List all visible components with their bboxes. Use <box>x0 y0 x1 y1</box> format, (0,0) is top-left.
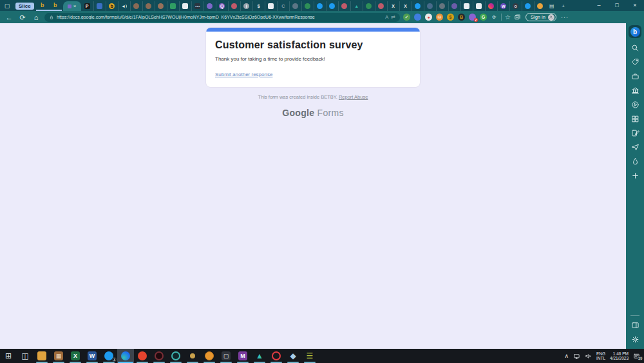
sidebar-grid-icon[interactable] <box>628 112 642 126</box>
grouped-tab[interactable]: b <box>36 1 49 10</box>
new-tab-button[interactable]: + <box>558 1 569 11</box>
taskbar-coin-app[interactable] <box>201 349 218 363</box>
clock[interactable]: 1:46 PM 4/21/2023 <box>610 351 629 360</box>
close-button[interactable]: × <box>626 0 644 11</box>
sidebar-gear-icon[interactable] <box>628 332 642 346</box>
sidebar-tag-icon[interactable] <box>628 55 642 69</box>
active-tab[interactable]: × <box>63 1 81 11</box>
browser-tab[interactable] <box>130 1 142 11</box>
browser-tab[interactable] <box>142 1 155 11</box>
language-indicator[interactable]: ENG INTL <box>596 351 605 360</box>
minimize-button[interactable]: – <box>590 0 608 11</box>
browser-tab[interactable] <box>167 1 179 11</box>
browser-tab[interactable]: $ <box>252 1 265 11</box>
notification-center-button[interactable]: 39 <box>633 353 640 360</box>
browser-tab[interactable] <box>204 1 216 11</box>
sign-in-button[interactable]: Sign in <box>526 13 556 21</box>
extension-icon[interactable] <box>414 14 421 21</box>
browser-tab[interactable] <box>363 1 375 11</box>
report-abuse-link[interactable]: Report Abuse <box>339 94 368 100</box>
browser-tab[interactable] <box>265 1 277 11</box>
sidebar-panel-icon[interactable] <box>628 318 642 332</box>
taskbar-teal-ring-app[interactable] <box>167 349 184 363</box>
browser-tab[interactable] <box>326 1 338 11</box>
taskbar-opera[interactable] <box>268 349 285 363</box>
browser-tab[interactable]: o <box>509 1 522 11</box>
home-button[interactable]: ⌂ <box>31 12 41 23</box>
sidebar-plus-icon[interactable] <box>628 168 642 182</box>
sidebar-search-icon[interactable] <box>628 41 642 55</box>
taskbar-excel[interactable]: X <box>67 349 84 363</box>
browser-tab[interactable]: Q <box>216 1 228 11</box>
browser-tab[interactable]: C <box>277 1 289 11</box>
extension-icon[interactable]: ⟳ <box>491 14 498 21</box>
taskbar-triangle-app[interactable]: ▲ <box>251 349 268 363</box>
url-text[interactable]: https://docs.google.com/forms/u/0/d/e/1F… <box>57 15 383 19</box>
browser-tab[interactable] <box>534 1 546 11</box>
browser-tab[interactable] <box>93 1 106 11</box>
browser-tab[interactable] <box>412 1 424 11</box>
network-icon[interactable] <box>573 353 580 360</box>
extension-icon[interactable]: $ <box>447 14 454 21</box>
tab-close-icon[interactable]: × <box>73 4 77 9</box>
taskbar-store[interactable]: ▦ <box>50 349 67 363</box>
sidebar-play-icon[interactable] <box>628 97 642 112</box>
taskbar-gold-dot-app[interactable] <box>184 349 201 363</box>
extension-icon[interactable]: ● <box>425 14 432 21</box>
browser-tab[interactable] <box>522 1 534 11</box>
taskbar-edge[interactable] <box>117 349 134 363</box>
window-icon[interactable]: ▢ <box>0 1 14 11</box>
browser-tab[interactable]: X <box>387 1 399 11</box>
browser-tab[interactable]: P <box>81 1 93 11</box>
speaker-muted-icon[interactable] <box>585 353 592 360</box>
grouped-tab[interactable]: b <box>49 1 62 10</box>
maximize-button[interactable]: □ <box>608 0 626 11</box>
browser-tab[interactable]: w <box>497 1 509 11</box>
browser-tab[interactable] <box>436 1 448 11</box>
favorite-star-icon[interactable]: ☆ <box>505 13 511 22</box>
back-button[interactable]: ← <box>4 12 14 23</box>
browser-tab[interactable]: X <box>399 1 412 11</box>
browser-tab[interactable] <box>375 1 387 11</box>
taskbar-layers-app[interactable]: ☰ <box>301 349 318 363</box>
browser-tab[interactable] <box>155 1 167 11</box>
browser-tab[interactable]: ••• <box>191 1 204 11</box>
taskbar-twitter[interactable]: 3 <box>100 349 117 363</box>
browser-tab[interactable] <box>424 1 436 11</box>
taskbar-blue-box-app[interactable]: ◆ <box>285 349 301 363</box>
browser-tab[interactable]: ▲ <box>350 1 363 11</box>
browser-tab[interactable] <box>301 1 314 11</box>
extension-icon[interactable]: ✓ <box>403 14 410 21</box>
sidebar-bank-icon[interactable] <box>628 83 642 97</box>
browser-tab[interactable] <box>228 1 240 11</box>
browser-tab[interactable]: ◄) <box>118 1 130 11</box>
taskbar-opera-gx[interactable] <box>151 349 167 363</box>
extension-icon[interactable]: G <box>480 14 487 21</box>
extension-icon[interactable]: B <box>458 14 465 21</box>
sidebar-briefcase-icon[interactable] <box>628 69 642 83</box>
taskbar-m-app[interactable]: M <box>234 349 251 363</box>
browser-tab[interactable] <box>179 1 191 11</box>
taskbar-word[interactable]: W <box>84 349 100 363</box>
submit-another-response-link[interactable]: Submit another response <box>215 72 272 77</box>
browser-tab[interactable] <box>448 1 460 11</box>
browser-tab[interactable] <box>460 1 473 11</box>
browser-tab[interactable]: i <box>240 1 252 11</box>
browser-tab[interactable] <box>485 1 497 11</box>
tab-group-label[interactable]: Slice <box>15 3 34 10</box>
browser-tab[interactable] <box>473 1 485 11</box>
collections-icon[interactable] <box>514 14 521 21</box>
extension-icon[interactable]: 2 <box>469 14 476 21</box>
translate-icon[interactable]: ⇄ <box>391 14 395 20</box>
browser-tab[interactable] <box>289 1 301 11</box>
tray-chevron-icon[interactable]: ∧ <box>564 353 569 359</box>
sidebar-drop-icon[interactable] <box>628 154 642 168</box>
taskbar-file-explorer[interactable] <box>33 349 50 363</box>
taskbar-task-view[interactable]: ◫ <box>17 349 33 363</box>
bing-discover-button[interactable]: b <box>629 25 641 38</box>
browser-tab[interactable] <box>338 1 350 11</box>
refresh-button[interactable]: ⟳ <box>17 12 28 23</box>
browser-tab[interactable] <box>314 1 326 11</box>
taskbar-brave[interactable] <box>134 349 151 363</box>
settings-menu-button[interactable]: ··· <box>561 14 569 21</box>
